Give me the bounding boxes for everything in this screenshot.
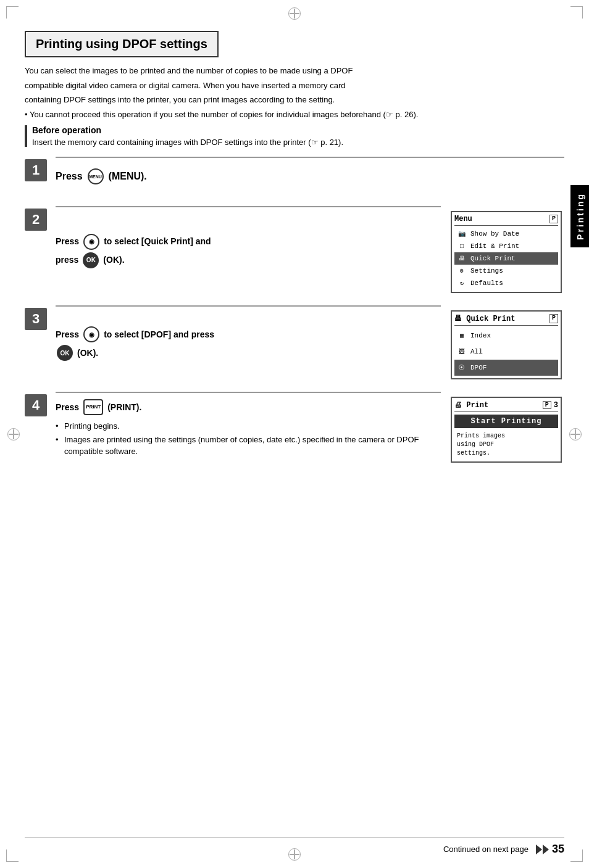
ok-button-icon-2: OK (83, 252, 99, 268)
page-number: 35 (552, 843, 564, 856)
menu-screen: Menu P 📷 Show by Date □ Edit & Print 🖶 Q… (451, 211, 562, 293)
menu-row-show-by-date: 📷 Show by Date (454, 228, 558, 240)
step-2-number-col: 2 (25, 206, 56, 293)
page-title: Printing using DPOF settings (36, 37, 207, 51)
step-2-text-mid: to select [Quick Print] and (104, 235, 211, 248)
print-screen-header: 🖨 Print P 3 (454, 400, 558, 412)
registration-left (9, 429, 19, 439)
step-3-screen: 🖶 Quick Print P ▦ Index 🖼 All 🖸 DPOF (441, 305, 564, 379)
step-4-number: 4 (25, 394, 47, 416)
dpof-label: DPOF (470, 364, 487, 371)
step-1: 1 Press MENU (MENU). (25, 157, 564, 194)
menu-row-settings: ⚙ Settings (454, 265, 558, 277)
menu-row-edit-print: □ Edit & Print (454, 240, 558, 252)
start-printing-button: Start Printing (454, 415, 558, 428)
ok-button-icon-3: OK (57, 345, 73, 361)
steps-area: 1 Press MENU (MENU). 2 Press ◉ to select… (25, 157, 564, 464)
step-3-content: Press ◉ to select [DPOF] and press OK (O… (56, 305, 441, 379)
step-1-number: 1 (25, 159, 47, 181)
before-operation-heading: Before operation (32, 125, 564, 135)
next-page-arrow (536, 845, 549, 854)
step-4-number-col: 4 (25, 392, 56, 464)
step-3: 3 Press ◉ to select [DPOF] and press OK … (25, 305, 564, 379)
step-4-press-label: Press (56, 401, 79, 414)
menu-screen-p-icon: P (549, 215, 558, 223)
defaults-label: Defaults (470, 279, 503, 287)
nav-button-icon-3: ◉ (83, 326, 99, 342)
print-screen-count: 3 (554, 401, 558, 410)
step-4-screen: 🖨 Print P 3 Start Printing Prints images… (441, 392, 564, 464)
step-3-number-col: 3 (25, 305, 56, 379)
dpof-icon: 🖸 (457, 363, 467, 373)
menu-row-quick-print: 🖶 Quick Print (454, 252, 558, 265)
step-4-bullet-2: Images are printed using the settings (n… (56, 434, 441, 458)
quick-print-row-dpof: 🖸 DPOF (454, 360, 558, 376)
step-3-press-label: Press (56, 328, 79, 341)
menu-screen-header: Menu P (454, 215, 558, 226)
main-content: Printing using DPOF settings You can sel… (25, 31, 564, 831)
page-description: You can select the images to be printed … (25, 65, 564, 120)
step-2-number: 2 (25, 209, 47, 231)
page-footer: Continued on next page 35 (25, 837, 564, 856)
desc-line-2: compatible digital video camera or digit… (25, 80, 564, 92)
step-2: 2 Press ◉ to select [Quick Print] and pr… (25, 206, 564, 293)
step-2-ok-label: (OK). (103, 254, 124, 267)
quick-print-row-index: ▦ Index (454, 328, 558, 344)
before-operation-text: Insert the memory card containing images… (32, 138, 564, 147)
desc-line-3: containing DPOF settings into the printe… (25, 94, 564, 106)
corner-mark-tr (570, 6, 583, 19)
index-label: Index (470, 332, 491, 339)
menu-button-icon: MENU (88, 168, 104, 184)
quick-print-icon: 🖶 (457, 254, 467, 263)
print-screen-text: Prints imagesusing DPOFsettings. (454, 431, 558, 459)
desc-line-1: You can select the images to be printed … (25, 65, 564, 77)
quick-print-screen-title: 🖶 Quick Print (454, 314, 515, 323)
step-3-text-mid: to select [DPOF] and press (104, 328, 214, 341)
corner-mark-tl (6, 6, 19, 19)
step-2-screen: Menu P 📷 Show by Date □ Edit & Print 🖶 Q… (441, 206, 564, 293)
step-2-content: Press ◉ to select [Quick Print] and pres… (56, 206, 441, 293)
settings-label: Settings (470, 267, 503, 275)
all-label: All (470, 348, 483, 355)
all-icon: 🖼 (457, 347, 467, 357)
step-1-content: Press MENU (MENU). (56, 157, 564, 194)
step-4-content: Press PRINT (PRINT). Printing begins. Im… (56, 392, 441, 464)
step-3-number: 3 (25, 308, 47, 330)
registration-top (290, 9, 299, 19)
continued-on-next-page-text: Continued on next page (443, 845, 528, 854)
step-4-bullet-1: Printing begins. (56, 420, 441, 432)
registration-right (570, 429, 580, 439)
step-4: 4 Press PRINT (PRINT). Printing begins. … (25, 392, 564, 464)
quick-print-row-all: 🖼 All (454, 344, 558, 360)
quick-print-screen-p-icon: P (549, 314, 558, 323)
corner-mark-bl (6, 849, 19, 862)
nav-button-icon-2: ◉ (83, 234, 99, 250)
before-operation-section: Before operation Insert the memory card … (25, 125, 564, 147)
index-icon: ▦ (457, 331, 467, 341)
step-2-press-label: Press (56, 235, 79, 248)
menu-row-defaults: ↻ Defaults (454, 277, 558, 289)
print-screen-p-icon: P (543, 401, 551, 409)
corner-mark-br (570, 849, 583, 862)
show-by-date-icon: 📷 (457, 229, 467, 239)
print-button-icon: PRINT (83, 399, 103, 415)
edit-print-icon: □ (457, 241, 467, 251)
desc-line-4: • You cannot proceed this operation if y… (25, 109, 564, 121)
print-screen-title: 🖨 Print (454, 400, 488, 410)
defaults-icon: ↻ (457, 278, 467, 288)
arrow-triangle-2 (543, 845, 549, 854)
settings-icon: ⚙ (457, 266, 467, 276)
quick-print-screen: 🖶 Quick Print P ▦ Index 🖼 All 🖸 DPOF (451, 310, 562, 379)
menu-screen-title: Menu (454, 215, 472, 223)
show-by-date-label: Show by Date (470, 230, 519, 238)
arrow-triangle-1 (536, 845, 542, 854)
step-4-print-label: (PRINT). (107, 401, 141, 414)
quick-print-label: Quick Print (470, 255, 516, 262)
step-1-number-col: 1 (25, 157, 56, 194)
page-title-box: Printing using DPOF settings (25, 31, 219, 57)
print-screen: 🖨 Print P 3 Start Printing Prints images… (451, 397, 562, 463)
step-1-menu-label: (MENU). (109, 169, 147, 184)
step-3-ok-label: (OK). (77, 347, 98, 360)
step-4-bullets: Printing begins. Images are printed usin… (56, 420, 441, 458)
quick-print-screen-header: 🖶 Quick Print P (454, 314, 558, 326)
